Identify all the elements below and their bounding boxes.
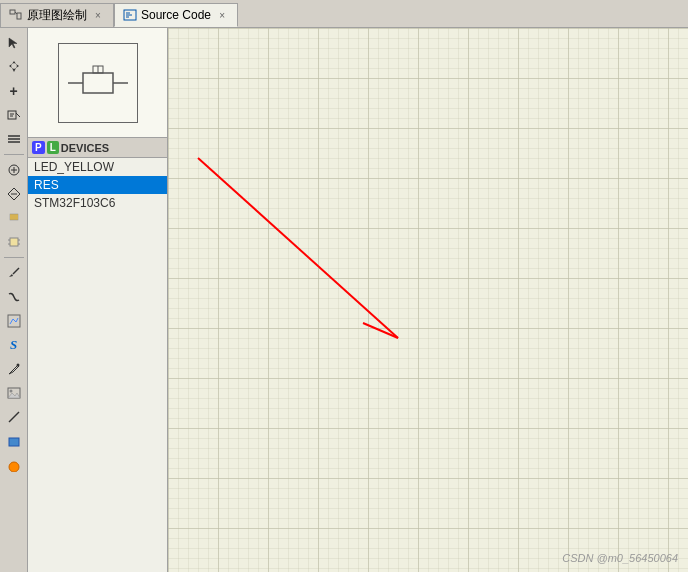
line-button[interactable] xyxy=(3,406,25,428)
graph-button[interactable] xyxy=(3,310,25,332)
toolbar-divider-1 xyxy=(4,154,24,155)
svg-rect-9 xyxy=(8,111,16,119)
tab-schematic-close[interactable]: × xyxy=(91,9,105,23)
bus-button[interactable] xyxy=(3,159,25,181)
rect-button[interactable] xyxy=(3,430,25,452)
svg-marker-38 xyxy=(8,393,20,398)
svg-point-37 xyxy=(9,390,12,393)
watermark: CSDN @m0_56450064 xyxy=(562,552,678,564)
device-item-res[interactable]: RES xyxy=(28,176,167,194)
schematic-icon xyxy=(9,9,23,23)
svg-point-41 xyxy=(9,462,19,472)
tab-bar: 原理图绘制 × Source Code × xyxy=(0,0,688,28)
svg-line-32 xyxy=(10,319,13,324)
junction-button[interactable] xyxy=(3,183,25,205)
wire-button[interactable] xyxy=(3,128,25,150)
left-toolbar: + xyxy=(0,28,28,572)
devices-label: DEVICES xyxy=(61,142,109,154)
svg-line-30 xyxy=(13,268,19,274)
svg-line-12 xyxy=(16,113,20,117)
select-tool-button[interactable] xyxy=(3,32,25,54)
device-item-led-yellow[interactable]: LED_YELLOW xyxy=(28,158,167,176)
power-button[interactable] xyxy=(3,207,25,229)
svg-marker-8 xyxy=(9,61,19,72)
side-panel: P L DEVICES LED_YELLOW RES STM32F103C6 xyxy=(28,28,168,572)
svg-rect-48 xyxy=(168,28,688,572)
device-item-stm32[interactable]: STM32F103C6 xyxy=(28,194,167,212)
component-preview xyxy=(28,28,167,138)
circle-button[interactable] xyxy=(3,454,25,476)
tab-source-code-label: Source Code xyxy=(141,8,211,22)
svg-marker-7 xyxy=(9,38,17,48)
tab-schematic-label: 原理图绘制 xyxy=(27,7,87,24)
component-button[interactable] xyxy=(3,231,25,253)
canvas-area[interactable]: CSDN @m0_56450064 xyxy=(168,28,688,572)
probe-button[interactable] xyxy=(3,262,25,284)
simulate-button[interactable] xyxy=(3,286,25,308)
toolbar-divider-2 xyxy=(4,257,24,258)
svg-rect-31 xyxy=(8,315,20,327)
script-button[interactable]: S xyxy=(3,334,25,356)
svg-rect-42 xyxy=(83,73,113,93)
tab-source-code[interactable]: Source Code × xyxy=(114,3,238,27)
device-list: LED_YELLOW RES STM32F103C6 xyxy=(28,158,167,572)
svg-line-39 xyxy=(9,412,19,422)
grid-canvas xyxy=(168,28,688,572)
paint-button[interactable] xyxy=(3,358,25,380)
svg-rect-0 xyxy=(10,10,15,14)
p-badge[interactable]: P xyxy=(32,141,45,154)
code-icon xyxy=(123,8,137,22)
devices-header: P L DEVICES xyxy=(28,138,167,158)
add-pin-button[interactable]: + xyxy=(3,80,25,102)
component-preview-svg xyxy=(63,48,133,118)
tab-source-code-close[interactable]: × xyxy=(215,8,229,22)
svg-rect-25 xyxy=(10,238,18,246)
svg-point-35 xyxy=(16,364,19,367)
svg-line-33 xyxy=(13,319,16,322)
preview-box xyxy=(58,43,138,123)
move-tool-button[interactable] xyxy=(3,56,25,78)
main-layout: + xyxy=(0,28,688,572)
svg-rect-40 xyxy=(9,438,19,446)
svg-rect-1 xyxy=(17,13,21,19)
l-badge[interactable]: L xyxy=(47,141,59,154)
tab-schematic[interactable]: 原理图绘制 × xyxy=(0,3,114,27)
svg-line-34 xyxy=(16,318,18,322)
image-button[interactable] xyxy=(3,382,25,404)
label-button[interactable] xyxy=(3,104,25,126)
